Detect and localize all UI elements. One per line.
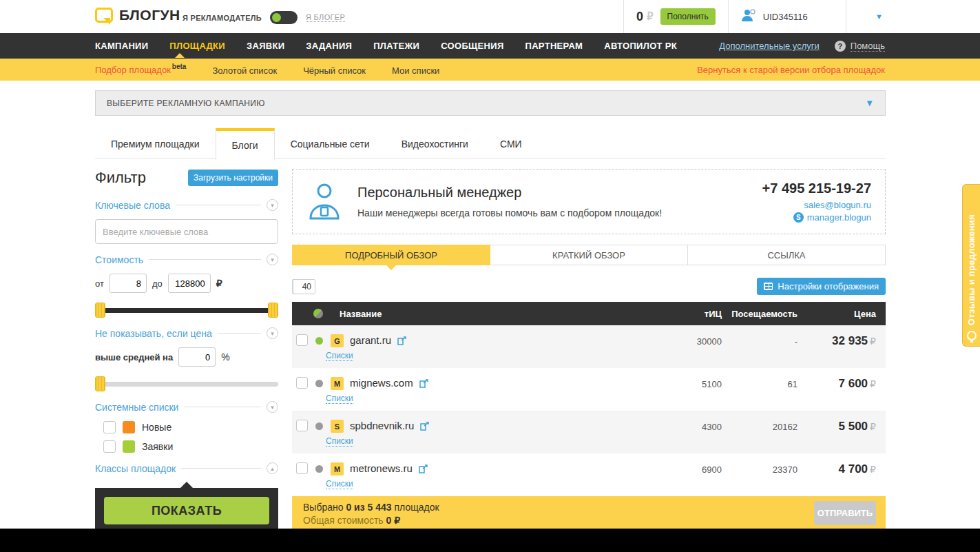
- nav-item-partners[interactable]: ПАРТНЕРАМ: [525, 34, 583, 58]
- selection-link[interactable]: Подбор площадок: [95, 65, 171, 76]
- display-settings-button[interactable]: Настройки отображения: [757, 278, 886, 295]
- tab-social[interactable]: Социальные сети: [275, 128, 386, 159]
- hideif-slider-handle[interactable]: [95, 376, 105, 391]
- topup-button[interactable]: Пополнить: [660, 8, 716, 25]
- help-link-group[interactable]: ? Помощь: [835, 41, 885, 52]
- role-toggle-group: Я РЕКЛАМОДАТЕЛЬ Я БЛОГЕР: [183, 11, 345, 24]
- site-name-link[interactable]: metronews.ru: [350, 462, 413, 474]
- role-toggle[interactable]: [270, 11, 298, 24]
- external-link-icon[interactable]: [419, 464, 428, 476]
- new-checkbox[interactable]: [103, 421, 116, 433]
- lists-link[interactable]: Списки: [326, 393, 353, 404]
- chevron-down-icon[interactable]: ▾: [267, 401, 278, 413]
- nav-item-messages[interactable]: СООБЩЕНИЯ: [441, 34, 503, 58]
- column-traffic: Посещаемость: [722, 309, 797, 319]
- chevron-down-icon[interactable]: ▾: [267, 254, 278, 265]
- nav-item-requests[interactable]: ЗАЯВКИ: [247, 34, 284, 58]
- extra-services-link[interactable]: Дополнительные услуги: [719, 41, 819, 51]
- requests-label: Заявки: [142, 441, 173, 452]
- status-dot-icon: [315, 465, 323, 473]
- price-to-input[interactable]: [168, 274, 211, 293]
- external-link-icon[interactable]: [420, 421, 430, 433]
- page-size-select[interactable]: 40: [292, 279, 315, 294]
- row-checkbox[interactable]: [296, 462, 308, 474]
- tab-brief-view[interactable]: КРАТКИЙ ОБЗОР: [490, 245, 688, 265]
- logo-speech-bubble-icon: [95, 8, 113, 23]
- cell-traffic: 61: [722, 377, 797, 389]
- ruble-sign: ₽: [870, 464, 876, 475]
- help-link[interactable]: Помощь: [851, 41, 885, 52]
- site-name-link[interactable]: mignews.com: [350, 377, 413, 389]
- systemlists-label[interactable]: Системные списки: [95, 402, 178, 413]
- feedback-tab[interactable]: Отзывы и предложения: [962, 184, 980, 347]
- user-menu-chevron-icon[interactable]: ▼: [846, 0, 912, 33]
- site-name-link[interactable]: garant.ru: [350, 334, 391, 346]
- balance-block: 0 ₽ Пополнить: [623, 0, 728, 33]
- blogger-link[interactable]: Я БЛОГЕР: [306, 13, 345, 22]
- keywords-label[interactable]: Ключевые слова: [95, 200, 170, 211]
- price-slider-handle-min[interactable]: [95, 303, 105, 318]
- show-button[interactable]: ПОКАЗАТЬ: [104, 497, 269, 524]
- site-name-link[interactable]: spbdnevnik.ru: [350, 420, 414, 431]
- table-row: M metronews.ru Списки 6900 23370 4 700₽: [292, 453, 886, 496]
- requests-checkbox[interactable]: [103, 440, 116, 453]
- row-checkbox[interactable]: [296, 420, 308, 431]
- chevron-down-icon[interactable]: ▾: [267, 327, 278, 339]
- user-uid: UID345116: [763, 12, 808, 22]
- tab-detailed-view[interactable]: ПОДРОБНЫЙ ОБЗОР: [292, 245, 490, 265]
- campaign-select[interactable]: ВЫБЕРИТЕ РЕКЛАМНУЮ КАМПАНИЮ ▼: [95, 90, 886, 116]
- cell-price: 32 935₽: [797, 334, 886, 348]
- bottom-strip: [0, 529, 980, 552]
- external-link-icon[interactable]: [419, 378, 429, 391]
- nav-item-payments[interactable]: ПЛАТЕЖИ: [373, 34, 419, 58]
- table-row: M mignews.com Списки 5100 61 7 600₽: [292, 368, 886, 411]
- hideif-slider-track[interactable]: [95, 382, 278, 387]
- price-slider-track[interactable]: [95, 308, 278, 313]
- price-from-label: от: [95, 278, 104, 289]
- classes-label[interactable]: Классы площадок: [95, 463, 176, 474]
- tab-smi[interactable]: СМИ: [484, 128, 538, 159]
- nav-item-tasks[interactable]: ЗАДАНИЯ: [306, 34, 352, 58]
- hideif-label[interactable]: Не показывать, если цена: [95, 328, 212, 339]
- lists-link[interactable]: Списки: [326, 436, 353, 447]
- price-slider-handle-max[interactable]: [268, 303, 278, 318]
- old-version-link[interactable]: Вернуться к старой версии отбора площадо…: [697, 65, 885, 75]
- user-block[interactable]: UID345116: [728, 0, 846, 33]
- row-checkbox[interactable]: [296, 377, 308, 389]
- manager-subtitle: Наши менеджеры всегда готовы помочь вам …: [357, 207, 662, 218]
- load-settings-button[interactable]: Загрузить настройки: [188, 170, 278, 186]
- subnav-item-my-lists[interactable]: Мои списки: [392, 65, 439, 76]
- user-gear-icon: [741, 8, 756, 25]
- lists-link[interactable]: Списки: [326, 351, 353, 361]
- chevron-up-icon[interactable]: ▴: [267, 462, 278, 474]
- send-button[interactable]: ОТПРАВИТЬ: [814, 501, 876, 525]
- price-from-input[interactable]: [110, 274, 147, 293]
- cell-price: 5 500₽: [797, 420, 886, 433]
- tab-blogs[interactable]: Блоги: [216, 128, 275, 160]
- row-checkbox[interactable]: [296, 334, 308, 346]
- ruble-sign: ₽: [216, 278, 222, 289]
- tab-video[interactable]: Видеохостинги: [386, 128, 484, 159]
- price-label[interactable]: Стоимость: [95, 254, 143, 265]
- lightbulb-icon: [967, 331, 977, 340]
- manager-skype-link[interactable]: S manager.blogun: [762, 212, 871, 223]
- hideif-row: выше средней на %: [95, 347, 278, 367]
- tab-link-view[interactable]: ССЫЛКА: [688, 245, 886, 265]
- manager-person-icon: [306, 183, 342, 221]
- nav-item-campaigns[interactable]: КАМПАНИИ: [95, 34, 148, 58]
- logo[interactable]: БЛОГУН: [95, 7, 180, 23]
- subnav-item-golden-list[interactable]: Золотой список: [212, 65, 277, 76]
- keywords-input[interactable]: [95, 219, 278, 244]
- tab-premium[interactable]: Премиум площадки: [95, 128, 216, 159]
- subnav-item-selection[interactable]: Подбор площадокbeta: [95, 63, 186, 76]
- nav-item-platforms[interactable]: ПЛОЩАДКИ: [169, 34, 225, 58]
- subnav-item-black-list[interactable]: Чёрный список: [303, 65, 366, 76]
- external-link-icon[interactable]: [397, 336, 407, 348]
- skype-icon: S: [793, 212, 804, 223]
- lists-link[interactable]: Списки: [326, 479, 353, 489]
- hideif-input[interactable]: [178, 347, 216, 367]
- divider: [184, 407, 261, 407]
- manager-email-link[interactable]: sales@blogun.ru: [762, 200, 871, 210]
- nav-item-autopilot[interactable]: АВТОПИЛОТ РК: [604, 34, 677, 58]
- chevron-down-icon[interactable]: ▾: [267, 199, 278, 211]
